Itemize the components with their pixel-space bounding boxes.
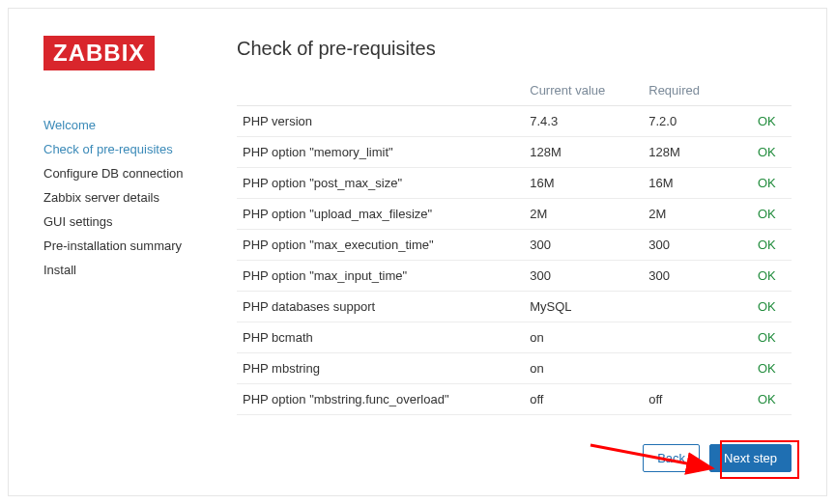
wizard-step-5[interactable]: Pre-installation summary: [43, 234, 237, 258]
cell-current: on: [524, 353, 643, 384]
cell-status: OK: [752, 384, 792, 415]
cell-name: PHP databases support: [237, 292, 524, 322]
cell-status: OK: [752, 106, 792, 137]
brand-logo: ZABBIX: [43, 36, 155, 70]
cell-status: OK: [752, 292, 792, 322]
table-row: PHP version7.4.37.2.0OK: [237, 106, 792, 137]
wizard-step-6[interactable]: Install: [43, 258, 237, 282]
wizard-body: ZABBIX WelcomeCheck of pre-requisitesCon…: [43, 36, 792, 427]
prereq-table: Current value Required PHP version7.4.37…: [237, 75, 792, 415]
prereq-table-body: PHP version7.4.37.2.0OKPHP option "memor…: [237, 106, 792, 415]
wizard-steps-list: WelcomeCheck of pre-requisitesConfigure …: [43, 113, 237, 282]
cell-current: MySQL: [524, 292, 643, 322]
cell-current: 300: [524, 230, 643, 261]
table-row: PHP option "upload_max_filesize"2M2MOK: [237, 199, 792, 230]
wizard-step-label: Pre-installation summary: [43, 238, 182, 253]
cell-name: PHP version: [237, 106, 524, 137]
wizard-step-label: Configure DB connection: [43, 166, 184, 181]
col-header-name: [237, 75, 524, 106]
cell-name: PHP bcmath: [237, 322, 524, 353]
col-header-required: Required: [643, 75, 752, 106]
wizard-step-4[interactable]: GUI settings: [43, 210, 237, 234]
setup-wizard-frame: ZABBIX WelcomeCheck of pre-requisitesCon…: [8, 8, 827, 496]
prereq-table-scroll[interactable]: Current value Required PHP version7.4.37…: [237, 75, 792, 427]
cell-required: 300: [643, 230, 752, 261]
cell-current: on: [524, 322, 643, 353]
cell-required: 300: [643, 261, 752, 292]
cell-name: PHP mbstring: [237, 353, 524, 384]
cell-name: PHP option "mbstring.func_overload": [237, 384, 524, 415]
wizard-footer: Back Next step: [43, 427, 792, 472]
back-button[interactable]: Back: [643, 444, 700, 472]
cell-current: 7.4.3: [524, 106, 643, 137]
table-row: PHP option "mbstring.func_overload"offof…: [237, 384, 792, 415]
cell-status: OK: [752, 353, 792, 384]
wizard-step-label: Check of pre-requisites: [43, 142, 173, 156]
table-row: PHP mbstringonOK: [237, 353, 792, 384]
table-row: PHP databases supportMySQLOK: [237, 292, 792, 322]
wizard-step-label: Zabbix server details: [43, 190, 159, 205]
table-row: PHP option "max_execution_time"300300OK: [237, 230, 792, 261]
cell-name: PHP option "max_input_time": [237, 261, 524, 292]
wizard-step-1[interactable]: Check of pre-requisites: [43, 137, 237, 161]
cell-status: OK: [752, 199, 792, 230]
right-column: Check of pre-requisites Current value Re…: [237, 36, 792, 427]
left-column: ZABBIX WelcomeCheck of pre-requisitesCon…: [43, 36, 237, 427]
cell-current: 16M: [524, 168, 643, 199]
wizard-step-0[interactable]: Welcome: [43, 113, 237, 137]
page-title: Check of pre-requisites: [237, 38, 792, 60]
cell-required: 128M: [643, 137, 752, 168]
cell-required: 16M: [643, 168, 752, 199]
table-row: PHP bcmathonOK: [237, 322, 792, 353]
cell-name: PHP option "memory_limit": [237, 137, 524, 168]
cell-status: OK: [752, 137, 792, 168]
col-header-status: [752, 75, 792, 106]
wizard-step-2[interactable]: Configure DB connection: [43, 161, 237, 185]
table-row: PHP option "max_input_time"300300OK: [237, 261, 792, 292]
col-header-current: Current value: [524, 75, 643, 106]
cell-name: PHP option "post_max_size": [237, 168, 524, 199]
table-row: PHP option "memory_limit"128M128MOK: [237, 137, 792, 168]
cell-name: PHP option "upload_max_filesize": [237, 199, 524, 230]
wizard-step-label: Welcome: [43, 118, 96, 132]
next-step-button[interactable]: Next step: [709, 444, 792, 472]
cell-required: [643, 353, 752, 384]
wizard-step-3[interactable]: Zabbix server details: [43, 185, 237, 210]
cell-current: 2M: [524, 199, 643, 230]
cell-current: 128M: [524, 137, 643, 168]
cell-name: PHP option "max_execution_time": [237, 230, 524, 261]
wizard-step-label: Install: [43, 263, 76, 277]
table-row: PHP option "post_max_size"16M16MOK: [237, 168, 792, 199]
cell-status: OK: [752, 261, 792, 292]
cell-status: OK: [752, 322, 792, 353]
cell-required: [643, 322, 752, 353]
wizard-steps-nav: WelcomeCheck of pre-requisitesConfigure …: [43, 113, 237, 282]
cell-required: [643, 292, 752, 322]
cell-current: off: [524, 384, 643, 415]
cell-required: 2M: [643, 199, 752, 230]
cell-required: off: [643, 384, 752, 415]
cell-status: OK: [752, 230, 792, 261]
cell-current: 300: [524, 261, 643, 292]
cell-required: 7.2.0: [643, 106, 752, 137]
cell-status: OK: [752, 168, 792, 199]
wizard-step-label: GUI settings: [43, 214, 113, 229]
